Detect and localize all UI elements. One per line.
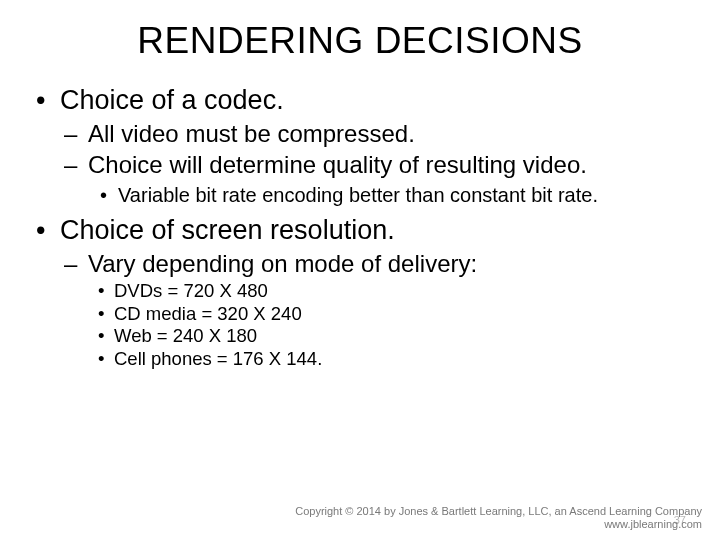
- sublist: All video must be compressed. Choice wil…: [60, 119, 690, 208]
- bullet-text: Variable bit rate encoding better than c…: [118, 184, 598, 206]
- sublist: Vary depending on mode of delivery: DVDs…: [60, 249, 690, 371]
- sublist: Variable bit rate encoding better than c…: [88, 183, 690, 207]
- slide: RENDERING DECISIONS Choice of a codec. A…: [0, 0, 720, 540]
- slide-title: RENDERING DECISIONS: [30, 20, 690, 62]
- bullet-level4: CD media = 320 X 240: [88, 303, 690, 326]
- copyright-line: Copyright © 2014 by Jones & Bartlett Lea…: [295, 505, 702, 519]
- bullet-text: Choice of a codec.: [60, 85, 284, 115]
- bullet-text: DVDs = 720 X 480: [114, 280, 268, 301]
- bullet-list: Choice of a codec. All video must be com…: [30, 84, 690, 370]
- bullet-level2: Choice will determine quality of resulti…: [60, 150, 690, 208]
- bullet-text: CD media = 320 X 240: [114, 303, 302, 324]
- bullet-level4: Cell phones = 176 X 144.: [88, 348, 690, 371]
- bullet-level1: Choice of screen resolution. Vary depend…: [30, 214, 690, 370]
- bullet-level3: Variable bit rate encoding better than c…: [88, 183, 690, 207]
- bullet-text: All video must be compressed.: [88, 120, 415, 147]
- copyright-url: www.jblearning.com: [295, 518, 702, 532]
- bullet-level2: Vary depending on mode of delivery: DVDs…: [60, 249, 690, 371]
- sublist: DVDs = 720 X 480 CD media = 320 X 240 We…: [88, 280, 690, 370]
- bullet-level4: DVDs = 720 X 480: [88, 280, 690, 303]
- bullet-level4: Web = 240 X 180: [88, 325, 690, 348]
- bullet-level2: All video must be compressed.: [60, 119, 690, 148]
- bullet-text: Choice will determine quality of resulti…: [88, 151, 587, 178]
- bullet-text: Cell phones = 176 X 144.: [114, 348, 322, 369]
- bullet-text: Vary depending on mode of delivery:: [88, 250, 477, 277]
- bullet-level1: Choice of a codec. All video must be com…: [30, 84, 690, 208]
- bullet-text: Choice of screen resolution.: [60, 215, 395, 245]
- bullet-text: Web = 240 X 180: [114, 325, 257, 346]
- copyright-footer: Copyright © 2014 by Jones & Bartlett Lea…: [295, 505, 702, 533]
